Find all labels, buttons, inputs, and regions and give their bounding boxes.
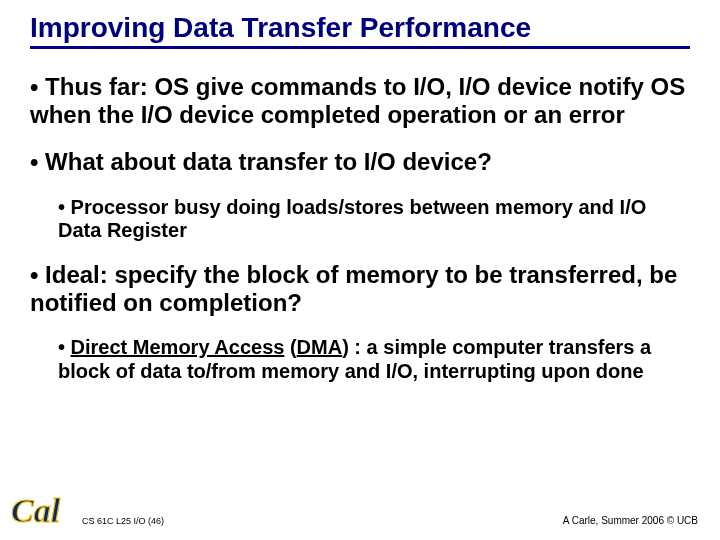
- slide-body: • Thus far: OS give commands to I/O, I/O…: [0, 49, 720, 383]
- bullet-1-text: Thus far: OS give commands to I/O, I/O d…: [30, 73, 685, 128]
- bullet-2a: • Processor busy doing loads/stores betw…: [58, 196, 690, 243]
- bullet-3: • Ideal: specify the block of memory to …: [30, 261, 690, 316]
- slide-title: Improving Data Transfer Performance: [30, 12, 690, 49]
- bullet-3a-mid: (: [284, 336, 296, 358]
- bullet-2a-text: Processor busy doing loads/stores betwee…: [58, 196, 646, 242]
- bullet-2-text: What about data transfer to I/O device?: [45, 148, 492, 175]
- bullet-dot-icon: •: [58, 336, 71, 358]
- cal-logo-icon: Cal: [8, 488, 72, 532]
- footer-left: CS 61C L25 I/O (46): [82, 516, 164, 526]
- bullet-dot-icon: •: [30, 73, 45, 100]
- bullet-2: • What about data transfer to I/O device…: [30, 148, 690, 176]
- footer-right: A Carle, Summer 2006 © UCB: [563, 515, 698, 526]
- bullet-3a: • Direct Memory Access (DMA) : a simple …: [58, 336, 690, 383]
- bullet-dot-icon: •: [58, 196, 71, 218]
- cal-logo-text: Cal: [11, 492, 61, 529]
- bullet-3-text: Ideal: specify the block of memory to be…: [30, 261, 677, 316]
- bullet-3a-dma-abbr: DMA: [297, 336, 343, 358]
- bullet-3a-dma-full: Direct Memory Access: [71, 336, 285, 358]
- bullet-dot-icon: •: [30, 261, 45, 288]
- bullet-1: • Thus far: OS give commands to I/O, I/O…: [30, 73, 690, 128]
- bullet-dot-icon: •: [30, 148, 45, 175]
